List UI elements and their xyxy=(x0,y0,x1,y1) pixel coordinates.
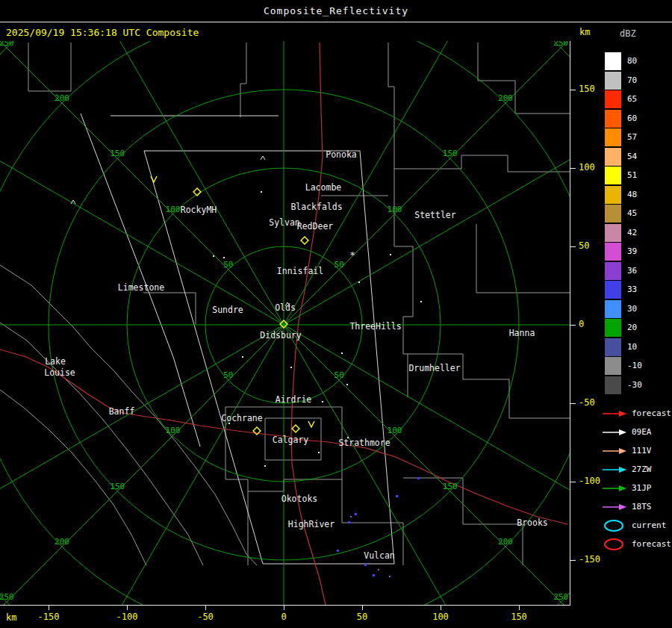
city-label: Drumheller xyxy=(408,363,460,373)
range-label: 50 xyxy=(335,260,344,270)
y-axis-tick-label: -100 xyxy=(579,476,600,486)
county-boundary xyxy=(476,224,570,293)
azimuth-line xyxy=(75,325,284,606)
station-dot xyxy=(322,401,323,402)
city-label: Okotoks xyxy=(281,494,317,504)
city-label: Hanna xyxy=(509,328,535,338)
water-dot xyxy=(396,495,398,497)
station-dot xyxy=(223,257,225,258)
x-axis-tick xyxy=(362,606,363,610)
station-dot xyxy=(213,255,214,257)
scale-swatch xyxy=(605,52,621,70)
scale-value: 60 xyxy=(627,110,637,128)
arrow-icon xyxy=(602,409,627,418)
city-label: Banff xyxy=(109,406,135,417)
x-axis-tick-label: 150 xyxy=(503,612,535,622)
city-label: HighRiver xyxy=(288,519,335,529)
station-dot xyxy=(318,452,320,453)
station-dot xyxy=(242,356,243,358)
ellipse-legend-label: current xyxy=(632,520,666,530)
city-label: Innisfail xyxy=(277,266,323,276)
range-label: 250 xyxy=(0,592,14,602)
scale-swatch xyxy=(605,148,621,166)
vector-legend-label: 18TS xyxy=(632,502,652,512)
scale-value: 54 xyxy=(627,148,637,166)
x-axis-tick-label: 50 xyxy=(346,612,379,622)
water-dot-purple xyxy=(389,576,391,577)
city-label: Vulcan xyxy=(364,550,395,561)
radar-map[interactable]: 5050505010010010010015015015015020020020… xyxy=(0,41,570,606)
vector-legend-label: 27ZW xyxy=(632,464,652,474)
scale-swatch xyxy=(605,224,621,242)
x-axis-tick-label: -50 xyxy=(189,612,222,622)
county-boundary xyxy=(403,478,523,565)
range-label: 100 xyxy=(388,426,402,435)
y-axis-tick xyxy=(570,560,576,561)
city-label: Ponoka xyxy=(326,149,357,160)
city-label: Limestone xyxy=(118,282,164,293)
range-label: 200 xyxy=(55,93,69,103)
county-boundary xyxy=(143,293,196,324)
city-label: Didsbury xyxy=(260,330,301,341)
vector-legend-row: 111V xyxy=(602,441,671,460)
scale-value: 45 xyxy=(627,205,637,223)
y-axis-tick-label: 50 xyxy=(579,240,589,251)
vector-legend-row: 18TS xyxy=(602,497,671,516)
range-label: 100 xyxy=(166,426,181,435)
scale-value: 80 xyxy=(627,52,637,70)
range-label: 150 xyxy=(443,482,458,491)
scale-swatch xyxy=(605,205,621,223)
scale-swatch xyxy=(605,128,621,146)
highway-line xyxy=(293,439,567,524)
station-dot xyxy=(290,367,292,368)
scale-value: 57 xyxy=(627,128,637,146)
vector-legend: forecast09EA111V27ZW31JP18TScurrentforec… xyxy=(602,404,671,553)
county-boundary xyxy=(394,155,570,172)
county-boundary xyxy=(240,43,246,117)
vector-legend-row: 27ZW xyxy=(602,460,671,479)
x-axis-tick xyxy=(49,606,49,610)
lightning-marker-icon xyxy=(301,237,308,244)
scale-swatch xyxy=(605,72,621,90)
ellipse-icon xyxy=(602,536,627,553)
x-axis-tick-label: 100 xyxy=(424,612,457,622)
page-title: Composite_Reflectivity xyxy=(264,5,408,16)
range-label: 50 xyxy=(223,370,233,380)
scale-swatch xyxy=(605,110,621,128)
range-label: 150 xyxy=(110,149,125,158)
lightning-marker-icon xyxy=(292,425,299,432)
x-axis-tick-label: -100 xyxy=(111,612,143,622)
scale-value: 20 xyxy=(627,319,637,337)
x-axis-tick xyxy=(284,606,284,610)
city-label: Olds xyxy=(275,302,296,313)
caret-marker xyxy=(261,156,265,160)
city-label: Lake xyxy=(45,356,66,367)
scale-swatch xyxy=(605,167,621,184)
city-label: RedDeer xyxy=(297,221,334,231)
azimuth-line xyxy=(75,41,284,325)
scale-swatch xyxy=(605,376,621,394)
city-label: Lacombe xyxy=(305,182,342,193)
scale-value: 30 xyxy=(627,300,637,318)
water-dot xyxy=(373,574,375,576)
range-label: 150 xyxy=(443,149,458,158)
vector-legend-label: forecast xyxy=(632,408,671,418)
legend-unit-label: dBZ xyxy=(620,28,636,39)
scale-value: 39 xyxy=(627,243,637,261)
scale-swatch xyxy=(605,281,621,299)
y-axis-tick xyxy=(570,168,576,169)
range-label: 50 xyxy=(335,370,344,380)
x-axis-tick xyxy=(127,606,128,610)
range-label: 200 xyxy=(498,93,513,103)
ellipse-legend-label: forecast xyxy=(632,539,671,549)
city-label: Stettler xyxy=(414,210,455,220)
vector-legend-row: 09EA xyxy=(602,423,671,441)
y-axis-tick xyxy=(570,246,576,247)
scale-value: 10 xyxy=(627,338,637,356)
city-label: Airdrie xyxy=(276,394,312,405)
scale-swatch xyxy=(605,262,621,280)
city-label: Strathmore xyxy=(338,438,390,448)
scale-value: 33 xyxy=(627,281,637,299)
county-boundary xyxy=(28,43,71,91)
y-axis-tick-label: 150 xyxy=(579,84,595,94)
